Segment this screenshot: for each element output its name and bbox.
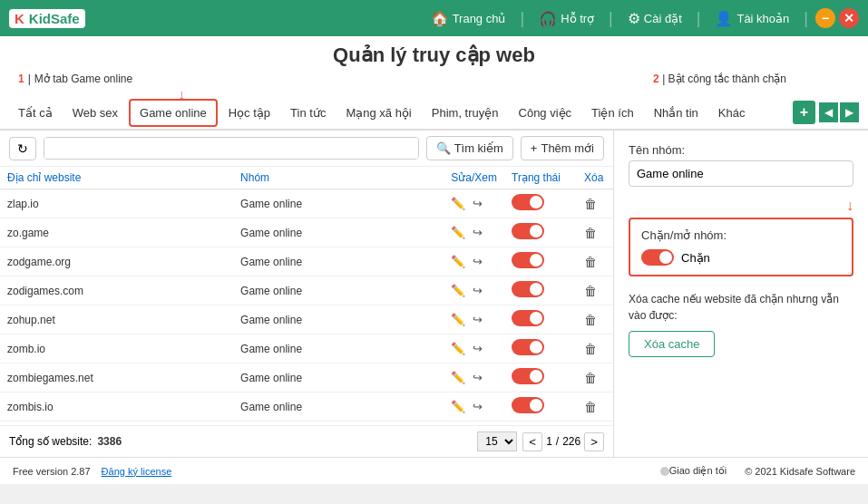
edit-icon[interactable]: ✏️	[451, 342, 465, 355]
tab-news[interactable]: Tin tức	[281, 101, 335, 125]
status-toggle-5[interactable]	[512, 339, 544, 355]
delete-icon[interactable]: 🗑	[584, 197, 597, 211]
share-icon[interactable]: ↪	[473, 313, 483, 326]
delete-icon[interactable]: 🗑	[584, 342, 597, 356]
edit-icon[interactable]: ✏️	[451, 284, 465, 297]
footer-status-dot	[660, 467, 669, 476]
tab-game-online[interactable]: Game online	[129, 99, 218, 127]
search-button[interactable]: 🔍 Tìm kiếm	[426, 136, 513, 160]
nav-settings[interactable]: ⚙ Cài đặt	[620, 6, 689, 31]
logo-text: KidSafe	[29, 11, 80, 26]
delete-icon[interactable]: 🗑	[584, 400, 597, 414]
cell-group: Game online	[233, 276, 444, 305]
page-prev-button[interactable]: <	[522, 432, 542, 451]
edit-icon[interactable]: ✏️	[451, 197, 465, 210]
table-row: zohup.net Game online ✏️ ↪ 🗑	[0, 305, 613, 334]
gear-icon: ⚙	[628, 10, 640, 27]
share-icon[interactable]: ↪	[473, 400, 483, 413]
delete-icon[interactable]: 🗑	[584, 313, 597, 327]
cell-delete: 🗑	[577, 218, 613, 247]
refresh-button[interactable]: ↻	[9, 137, 36, 160]
cell-delete: 🗑	[577, 276, 613, 305]
share-icon[interactable]: ↪	[473, 255, 483, 268]
status-toggle-4[interactable]	[512, 310, 544, 326]
user-icon: 👤	[715, 10, 733, 27]
tab-all[interactable]: Tất cả	[9, 101, 62, 125]
tab-utilities[interactable]: Tiện ích	[582, 101, 643, 125]
cell-status	[504, 305, 577, 334]
status-toggle-0[interactable]	[512, 194, 544, 210]
share-icon[interactable]: ↪	[473, 197, 483, 210]
nav-settings-label: Cài đặt	[644, 12, 682, 25]
cell-website: zo.game	[0, 218, 233, 247]
tab-social[interactable]: Mạng xã hội	[336, 101, 420, 125]
close-button[interactable]: ✕	[839, 8, 859, 28]
search-input[interactable]	[44, 138, 418, 159]
tab-movies[interactable]: Phim, truyện	[423, 101, 508, 125]
cache-section: Xóa cache nếu website đã chặn nhưng vẫn …	[629, 291, 853, 357]
status-toggle-6[interactable]	[512, 368, 544, 384]
cell-website: zlap.io	[0, 189, 233, 218]
tab-other[interactable]: Khác	[709, 101, 755, 125]
footer-version: Free version 2.87	[13, 466, 91, 477]
share-icon[interactable]: ↪	[473, 284, 483, 297]
nav-support[interactable]: 🎧 Hỗ trợ	[532, 6, 601, 31]
share-icon[interactable]: ↪	[473, 371, 483, 384]
tab-messaging[interactable]: Nhắn tin	[645, 101, 707, 125]
minimize-button[interactable]: −	[815, 8, 835, 28]
tab-prev-button[interactable]: ◀	[819, 102, 838, 122]
cell-group: Game online	[233, 334, 444, 363]
cell-status	[504, 189, 577, 218]
annotation-right: 2 | Bật công tắc thành chặn	[653, 73, 786, 85]
cell-website: zomb.io	[0, 334, 233, 363]
edit-icon[interactable]: ✏️	[451, 226, 465, 239]
status-toggle-2[interactable]	[512, 252, 544, 268]
cell-group: Game online	[233, 363, 444, 393]
edit-icon[interactable]: ✏️	[451, 313, 465, 326]
tab-websex[interactable]: Web sex	[63, 101, 127, 125]
annotation-label-2: Bật công tắc thành chặn	[668, 73, 786, 85]
footer-copyright: © 2021 Kidsafe Software	[745, 466, 855, 477]
search-box	[44, 137, 419, 160]
share-icon[interactable]: ↪	[473, 226, 483, 239]
block-toggle[interactable]	[641, 249, 674, 266]
nav-home[interactable]: 🏠 Trang chủ	[424, 6, 513, 31]
block-toggle-row: Chặn	[641, 249, 841, 266]
edit-icon[interactable]: ✏️	[451, 255, 465, 268]
tab-work[interactable]: Công việc	[510, 101, 581, 125]
main-area: ↻ 🔍 Tìm kiếm + Thêm mới Địa chỉ website …	[0, 131, 868, 457]
tab-add-button[interactable]: +	[793, 101, 815, 124]
plus-icon: +	[531, 141, 538, 155]
status-toggle-3[interactable]	[512, 281, 544, 297]
group-name-input[interactable]	[629, 160, 853, 187]
clear-cache-button[interactable]: Xóa cache	[629, 331, 715, 357]
add-new-button[interactable]: + Thêm mới	[521, 136, 604, 160]
footer-register-link[interactable]: Đăng ký license	[102, 466, 172, 477]
app-logo: K KidSafe	[9, 9, 85, 28]
edit-icon[interactable]: ✏️	[451, 371, 465, 384]
nav-account[interactable]: 👤 Tài khoản	[707, 6, 796, 31]
delete-icon[interactable]: 🗑	[584, 371, 597, 385]
page-current: 1	[546, 435, 552, 448]
cell-delete: 🗑	[577, 393, 613, 422]
delete-icon[interactable]: 🗑	[584, 226, 597, 240]
status-toggle-7[interactable]	[512, 397, 544, 413]
page-size-select[interactable]: 15 25 50	[477, 431, 517, 451]
cell-actions: ✏️ ↪	[444, 393, 504, 422]
cache-note: Xóa cache nếu website đã chặn nhưng vẫn …	[629, 291, 853, 324]
share-icon[interactable]: ↪	[473, 342, 483, 355]
annotation-arrow-1: ↓	[178, 87, 185, 103]
cell-actions: ✏️ ↪	[444, 334, 504, 363]
delete-icon[interactable]: 🗑	[584, 284, 597, 298]
cell-delete: 🗑	[577, 247, 613, 276]
cell-actions: ✏️ ↪	[444, 247, 504, 276]
edit-icon[interactable]: ✏️	[451, 400, 465, 413]
tab-next-button[interactable]: ▶	[840, 102, 859, 122]
right-panel: Tên nhóm: ↓ Chặn/mở nhóm: Chặn Xóa cache…	[614, 131, 868, 457]
status-toggle-1[interactable]	[512, 223, 544, 239]
delete-icon[interactable]: 🗑	[584, 255, 597, 269]
page-next-button[interactable]: >	[584, 432, 604, 451]
cell-group: Game online	[233, 247, 444, 276]
cell-delete: 🗑	[577, 305, 613, 334]
tab-education[interactable]: Học tập	[219, 101, 279, 125]
